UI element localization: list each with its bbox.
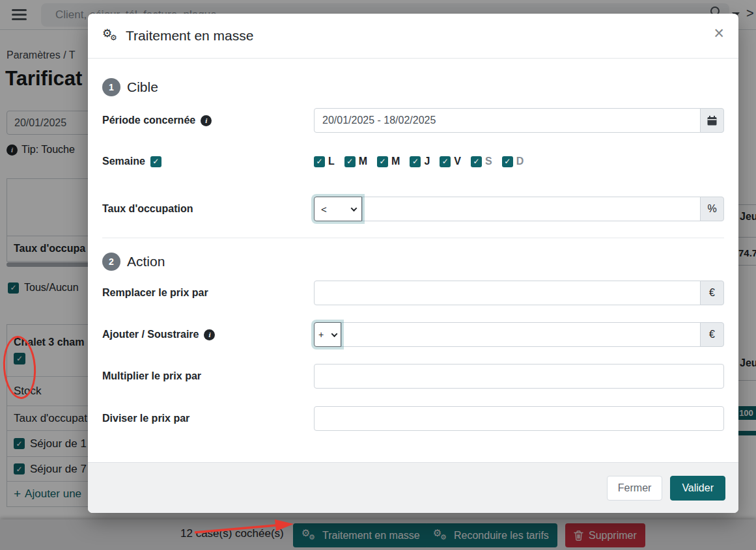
chevron-down-icon [331, 331, 338, 337]
remplacer-label: Remplacer le prix par [102, 287, 208, 299]
day-checkbox-J[interactable] [410, 156, 421, 167]
semaine-checkbox[interactable] [150, 156, 161, 167]
diviser-input[interactable] [314, 406, 724, 431]
diviser-label: Diviser le prix par [102, 413, 189, 424]
day-checkbox-M2[interactable] [377, 156, 388, 167]
section-divider [102, 238, 724, 238]
ajouter-operator-select[interactable]: + [314, 322, 341, 347]
periode-input[interactable] [314, 108, 701, 133]
day-checkbox-L[interactable] [314, 156, 325, 167]
day-checkbox-M1[interactable] [344, 156, 356, 167]
semaine-label: Semaine [102, 156, 145, 167]
ajouter-label: Ajouter / Soustraire [102, 329, 199, 340]
section-title: Cible [127, 79, 158, 95]
taux-operator-select[interactable]: < [314, 197, 362, 221]
info-icon: i [201, 115, 212, 126]
modal-header: ⚙⚙ Traitement en masse × [88, 14, 738, 59]
section-title: Action [127, 254, 165, 269]
periode-row: Période concernée i [102, 108, 724, 133]
remplacer-input[interactable] [314, 281, 701, 305]
bulk-process-modal: ⚙⚙ Traitement en masse × 1 Cible Période… [88, 14, 738, 513]
periode-label: Période concernée [102, 115, 195, 126]
day-checkbox-D[interactable] [502, 156, 513, 167]
modal-title: Traitement en masse [126, 28, 253, 44]
close-icon[interactable]: × [714, 25, 724, 42]
taux-value-input[interactable] [362, 197, 701, 221]
fermer-button[interactable]: Fermer [607, 476, 663, 501]
remplacer-row: Remplacer le prix par € [102, 281, 724, 305]
section-number-badge: 1 [102, 78, 120, 96]
calendar-icon[interactable] [700, 108, 724, 133]
taux-row: Taux d'occupation < % [102, 197, 724, 221]
euro-suffix: € [700, 281, 724, 305]
valider-button[interactable]: Valider [670, 476, 725, 501]
percent-suffix: % [700, 197, 724, 221]
day-checkbox-S[interactable] [471, 156, 482, 167]
screen: > Paramètres / T Tarificat i Tip: Touche… [0, 0, 756, 550]
info-icon: i [204, 329, 215, 340]
section-cible-heading: 1 Cible [102, 78, 158, 96]
modal-footer: Fermer Valider [88, 462, 738, 513]
gears-icon: ⚙⚙ [102, 29, 120, 43]
ajouter-input[interactable] [341, 322, 701, 347]
multiplier-input[interactable] [314, 364, 724, 389]
multiplier-row: Multiplier le prix par [102, 364, 724, 389]
section-number-badge: 2 [102, 253, 120, 271]
section-action-heading: 2 Action [102, 253, 165, 271]
taux-label: Taux d'occupation [102, 203, 193, 215]
day-checkbox-V[interactable] [440, 156, 451, 167]
chevron-down-icon [351, 205, 357, 212]
euro-suffix: € [700, 322, 724, 347]
semaine-row: Semaine L M M J V S D [102, 149, 724, 174]
ajouter-row: Ajouter / Soustraire i + € [102, 322, 724, 347]
diviser-row: Diviser le prix par [102, 406, 724, 431]
weekday-checkbox-group: L M M J V S D [314, 156, 524, 167]
multiplier-label: Multiplier le prix par [102, 370, 201, 382]
